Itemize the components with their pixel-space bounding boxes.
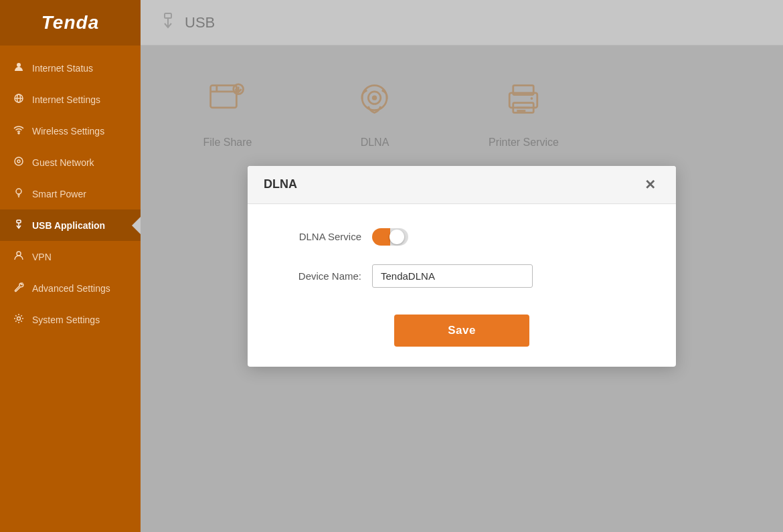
- sidebar-item-label: System Settings: [32, 315, 100, 325]
- sidebar-item-usb-application[interactable]: USB Application: [0, 209, 141, 241]
- svg-point-0: [17, 63, 21, 67]
- svg-point-10: [17, 252, 21, 256]
- bulb-icon: [12, 187, 25, 200]
- device-name-input[interactable]: [372, 264, 533, 288]
- save-button[interactable]: Save: [394, 315, 529, 347]
- sidebar-item-smart-power[interactable]: Smart Power: [0, 178, 141, 209]
- wrench-icon: [12, 282, 25, 294]
- modal-body: DLNA Service Device Name:: [248, 204, 676, 308]
- vpn-icon: [12, 250, 25, 263]
- sidebar-item-system-settings[interactable]: System Settings: [0, 304, 141, 335]
- svg-point-6: [17, 160, 20, 163]
- sidebar-item-internet-settings[interactable]: Internet Settings: [0, 84, 141, 115]
- svg-point-7: [16, 189, 21, 194]
- sidebar-item-label: Advanced Settings: [32, 283, 110, 294]
- modal-close-button[interactable]: ✕: [640, 177, 660, 193]
- globe-icon: [12, 93, 25, 106]
- sidebar-item-internet-status[interactable]: Internet Status: [0, 52, 141, 84]
- toggle-slider: [372, 228, 408, 246]
- dlna-service-toggle-wrap: [372, 228, 408, 246]
- dlna-service-row: DLNA Service: [274, 228, 649, 246]
- svg-point-11: [17, 317, 21, 321]
- sidebar-item-label: VPN: [32, 252, 52, 262]
- device-name-label: Device Name:: [274, 270, 361, 282]
- svg-point-4: [18, 132, 19, 134]
- sidebar-nav: Internet Status Internet Settings Wirele…: [0, 52, 141, 335]
- person-icon: [12, 62, 25, 74]
- usb-icon: [12, 219, 25, 232]
- sidebar-item-label: Internet Settings: [32, 94, 100, 105]
- dlna-service-label: DLNA Service: [274, 231, 361, 242]
- sidebar-item-vpn[interactable]: VPN: [0, 241, 141, 272]
- modal-overlay: DLNA ✕ DLNA Service Device N: [141, 0, 783, 532]
- modal-title: DLNA: [264, 177, 297, 191]
- sidebar-item-label: Internet Status: [32, 63, 93, 74]
- wifi-icon: [12, 124, 25, 137]
- dlna-service-toggle[interactable]: [372, 228, 408, 246]
- gear-icon: [12, 313, 25, 326]
- svg-rect-8: [17, 220, 21, 223]
- sidebar-item-label: Smart Power: [32, 189, 86, 199]
- main-content: USB File Share: [141, 0, 783, 532]
- sidebar-item-label: USB Application: [32, 220, 105, 231]
- sidebar: Tenda Internet Status Internet Settings …: [0, 0, 141, 532]
- sidebar-item-wireless-settings[interactable]: Wireless Settings: [0, 115, 141, 147]
- sidebar-logo: Tenda: [0, 0, 141, 46]
- device-name-row: Device Name:: [274, 264, 649, 288]
- guest-icon: [12, 156, 25, 169]
- modal-header: DLNA ✕: [248, 166, 676, 204]
- dlna-modal: DLNA ✕ DLNA Service Device N: [248, 166, 676, 367]
- sidebar-item-label: Wireless Settings: [32, 126, 104, 137]
- brand-name: Tenda: [41, 12, 99, 33]
- modal-footer: Save: [248, 308, 676, 367]
- sidebar-item-label: Guest Network: [32, 157, 94, 168]
- svg-point-5: [15, 157, 23, 165]
- sidebar-item-advanced-settings[interactable]: Advanced Settings: [0, 272, 141, 304]
- sidebar-item-guest-network[interactable]: Guest Network: [0, 147, 141, 178]
